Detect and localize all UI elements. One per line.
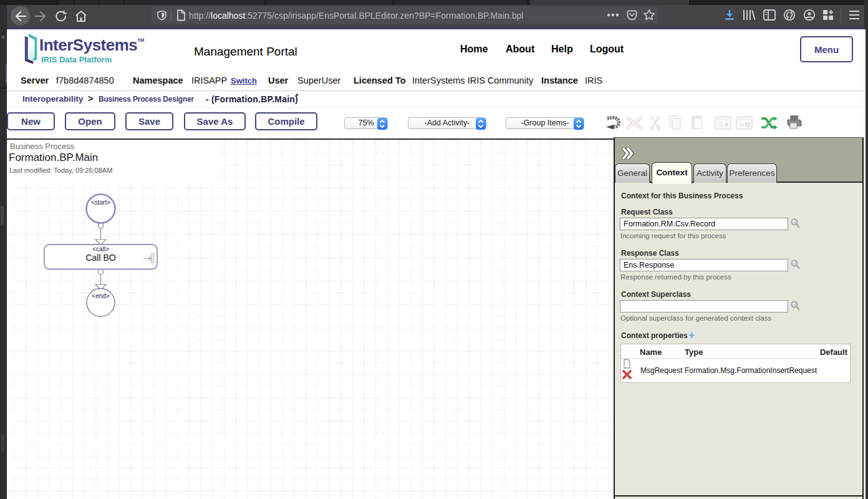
svg-text:<end>: <end>	[92, 293, 110, 299]
svg-text:Call BO: Call BO	[85, 253, 115, 263]
svg-text:<call>: <call>	[92, 246, 109, 253]
svg-text:<start>: <start>	[91, 199, 110, 206]
